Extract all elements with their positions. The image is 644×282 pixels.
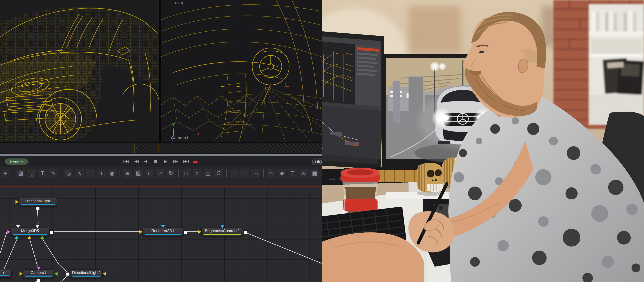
node-port-square[interactable] <box>36 206 40 210</box>
node-port-tri-down[interactable] <box>161 225 165 228</box>
tool-color-corrector-icon[interactable]: ◉ <box>108 169 116 178</box>
node-camera1[interactable]: Camera1 <box>22 269 54 278</box>
node-port-square[interactable] <box>184 230 187 234</box>
tool-node-tree-icon[interactable]: ⊞ <box>1 169 10 178</box>
tool-polygon-mask-icon[interactable]: △ <box>204 169 212 178</box>
tool-merge-icon[interactable]: ⊕ <box>123 169 132 178</box>
tool-image-plane-3d-icon[interactable]: ◇ <box>267 169 276 178</box>
tool-brightness-contrast-icon[interactable]: ◑ <box>97 169 106 178</box>
tool-fast-noise-icon[interactable]: ▒ <box>27 169 36 178</box>
node-port-tri-right[interactable] <box>198 230 202 234</box>
node-port-tri-left[interactable] <box>103 272 106 275</box>
node-label: Renderer3D1 <box>151 229 174 233</box>
toolbar-separator <box>226 169 226 177</box>
stop-button[interactable] <box>152 159 160 164</box>
node-port-tri-right[interactable] <box>8 230 11 234</box>
tool-particle-merge-icon[interactable]: ∵ <box>240 169 249 178</box>
toolbar-separator <box>120 169 120 177</box>
tool-text-3d-icon[interactable]: Ŧ <box>288 169 297 178</box>
tool-delta-keyer-icon[interactable]: ◐ <box>145 169 154 178</box>
node-type-underline <box>145 234 181 235</box>
tool-merge-3d-icon[interactable]: ⊛ <box>299 169 308 178</box>
node-graph-canvas[interactable]: DirectionalLight1Merge3D5Renderer3D1Brig… <box>0 186 322 282</box>
node-port-tri-up[interactable] <box>14 236 18 239</box>
node-node-t1[interactable]: t1 <box>0 270 12 277</box>
tool-particle-render-icon[interactable]: ⋯ <box>251 169 260 178</box>
tool-particle-emitter-icon[interactable]: ∴ <box>230 169 238 178</box>
tool-camera-3d-icon[interactable]: ▣ <box>310 169 319 178</box>
tool-hue-curves-icon[interactable]: ⌒ <box>86 169 95 178</box>
timeline-range-marker[interactable] <box>158 143 160 153</box>
steering-wheel <box>252 48 289 105</box>
toolbar-separator <box>13 169 13 177</box>
node-directionallight2[interactable]: DirectionalLight2 <box>70 269 103 278</box>
tool-background-icon[interactable]: ▨ <box>16 169 25 178</box>
node-label: DirectionalLight2 <box>72 270 100 275</box>
compositor-ui-pane: 0 (0) Y X Z Camera1 1 Render HiQ ⊞▨▒T✎◎∿… <box>0 0 322 282</box>
timeline-scrollbar[interactable] <box>0 154 322 156</box>
render-button[interactable]: Render <box>5 159 28 165</box>
node-wire <box>30 239 38 266</box>
tool-bspline-mask-icon[interactable]: S <box>214 169 223 178</box>
node-port-square[interactable] <box>244 230 247 234</box>
left-monitor-screen <box>322 36 381 159</box>
node-renderer3d1[interactable]: Renderer3D1 <box>142 228 183 236</box>
node-port-tri-up[interactable] <box>27 236 32 239</box>
play-reverse-button[interactable] <box>143 159 150 164</box>
hiq-button[interactable]: HiQ <box>312 159 322 165</box>
node-label: Merge3D5 <box>21 229 39 233</box>
skip-to-start-button[interactable] <box>123 159 130 164</box>
tool-dissolve-icon[interactable]: ▧ <box>134 169 143 178</box>
tool-ellipse-mask-icon[interactable]: ○ <box>192 169 202 178</box>
node-brightnesscontrast2[interactable]: BrightnessContrast2 <box>201 228 243 236</box>
node-port-tri-up[interactable] <box>40 236 44 239</box>
node-wire <box>0 232 7 253</box>
skip-to-end-button[interactable] <box>182 159 190 164</box>
node-port-square[interactable] <box>37 278 41 282</box>
fast-forward-button[interactable] <box>172 159 180 164</box>
wireframe-car-interior <box>161 0 322 142</box>
loop-button[interactable] <box>192 159 199 164</box>
office-photo-art: UltraStudio <box>322 0 644 282</box>
viewer-3d-left[interactable] <box>0 0 159 142</box>
node-directionallight1[interactable]: DirectionalLight1 <box>18 198 57 206</box>
viewer-divider[interactable] <box>159 0 161 142</box>
fast-rewind-button[interactable] <box>133 159 140 164</box>
node-type-underline <box>72 275 100 276</box>
node-port-tri-down[interactable] <box>16 225 20 228</box>
tool-shape-3d-icon[interactable]: ◆ <box>278 169 286 178</box>
node-wire <box>43 239 68 273</box>
node-label: Camera1 <box>30 270 46 275</box>
node-label: t1 <box>3 271 6 275</box>
office-photo: UltraStudio <box>322 0 644 282</box>
tool-text-icon[interactable]: T <box>38 169 47 178</box>
node-port-tri-right[interactable] <box>20 272 23 275</box>
node-type-underline <box>25 275 52 276</box>
node-port-tri-down[interactable] <box>220 225 224 228</box>
timeline-ruler[interactable]: 1 <box>0 143 322 153</box>
tool-rectangle-mask-icon[interactable]: □ <box>182 169 190 178</box>
tool-color-curves-icon[interactable]: ∿ <box>75 169 84 178</box>
node-merge3d5[interactable]: Merge3D5 <box>10 228 50 236</box>
node-port-square[interactable] <box>50 230 54 234</box>
node-label: DirectionalLight1 <box>24 199 52 203</box>
tool-paint-icon[interactable]: ✎ <box>49 169 58 178</box>
node-port-tri-down[interactable] <box>37 267 41 270</box>
timeline-playhead[interactable] <box>134 143 134 153</box>
timeline-out-of-range-hatch <box>136 143 322 153</box>
mini-axis-marker <box>284 83 289 89</box>
timeline-frame-number: 1 <box>136 146 138 150</box>
node-port-square[interactable] <box>66 272 70 276</box>
node-type-underline <box>13 234 47 235</box>
node-port-tri-right[interactable] <box>140 230 143 234</box>
viewer-3d-right[interactable]: 0 (0) Y X Z Camera1 <box>161 0 322 142</box>
play-button[interactable] <box>162 159 170 164</box>
node-wire <box>4 239 17 269</box>
node-port-tri-down[interactable] <box>36 225 40 228</box>
tool-blur-icon[interactable]: ◎ <box>64 169 73 178</box>
tool-transform-icon[interactable]: ↻ <box>166 169 175 178</box>
tool-resize-icon[interactable]: ↗ <box>156 169 164 178</box>
node-type-underline <box>204 234 241 235</box>
node-port-tri-right[interactable] <box>16 200 19 204</box>
node-port-tri-left[interactable] <box>54 272 58 275</box>
